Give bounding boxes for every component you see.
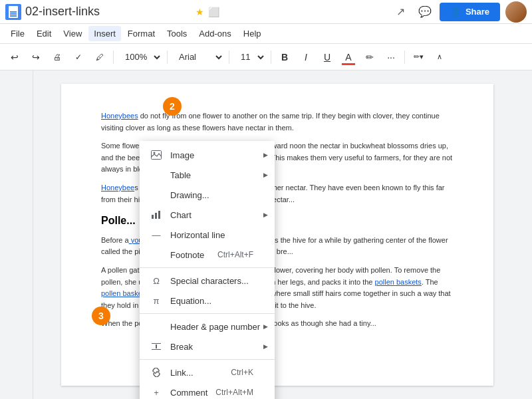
spellcheck-button[interactable]: ✓ bbox=[69, 48, 88, 66]
comment-label: Comment bbox=[170, 388, 207, 398]
menu-item-footnote[interactable]: Footnote Ctrl+Alt+F bbox=[140, 245, 275, 265]
comment-shortcut: Ctrl+Alt+M bbox=[215, 388, 264, 397]
highlight-button[interactable]: ✏ bbox=[360, 48, 379, 66]
toolbar-separator-3 bbox=[229, 51, 229, 64]
header-icons: ↗ 💬 👤 Share bbox=[392, 1, 527, 23]
toolbar-separator-2 bbox=[167, 51, 168, 64]
menu-addons[interactable]: Add-ons bbox=[194, 26, 236, 41]
edit-mode-button[interactable]: ✏▾ bbox=[409, 48, 428, 66]
font-size-select[interactable]: 11 bbox=[233, 48, 267, 66]
right-sidebar bbox=[521, 70, 532, 399]
print-button[interactable]: 🖨 bbox=[48, 48, 66, 66]
menu-file[interactable]: File bbox=[5, 26, 30, 41]
menu-item-equation[interactable]: π Equation... bbox=[140, 291, 275, 311]
link-label: Link... bbox=[170, 368, 194, 378]
zoom-select[interactable]: 100% bbox=[118, 48, 163, 66]
headerpagenum-icon bbox=[150, 321, 162, 332]
menu-bar: File Edit View Insert Format Tools Add-o… bbox=[0, 24, 532, 44]
break-icon bbox=[150, 340, 162, 352]
svg-point-1 bbox=[154, 152, 156, 154]
paragraph-1: Honeybees do not fly from one flower to … bbox=[101, 110, 454, 134]
chart-icon bbox=[150, 209, 162, 221]
insert-dropdown: Image Table Drawing... bbox=[140, 141, 275, 399]
bold-button[interactable]: B bbox=[275, 48, 294, 66]
menu-item-headerpagenum[interactable]: Header & page number bbox=[140, 317, 275, 336]
more-button[interactable]: ··· bbox=[382, 48, 400, 66]
paintformat-button[interactable]: 🖊 bbox=[90, 48, 109, 66]
menu-item-image[interactable]: Image bbox=[140, 145, 275, 165]
menu-item-chart[interactable]: Chart bbox=[140, 205, 275, 225]
break-label: Break bbox=[170, 342, 193, 352]
image-label: Image bbox=[170, 150, 194, 160]
chart-label: Chart bbox=[170, 210, 192, 220]
specialchars-label: Special characters... bbox=[170, 276, 249, 286]
collapse-button[interactable]: ∧ bbox=[430, 48, 449, 66]
document-area: Honeybees do not fly from one flower to … bbox=[33, 70, 521, 399]
image-icon bbox=[150, 149, 162, 161]
toolbar-separator-5 bbox=[404, 51, 405, 64]
menu-help[interactable]: Help bbox=[238, 26, 267, 41]
menu-edit[interactable]: Edit bbox=[31, 26, 57, 41]
svg-rect-6 bbox=[152, 349, 161, 350]
hline-icon: — bbox=[150, 229, 162, 241]
redo-button[interactable]: ↪ bbox=[27, 48, 45, 66]
menu-separator-3 bbox=[140, 359, 275, 360]
document-title[interactable]: 02-insert-links bbox=[25, 5, 189, 19]
comment-menu-icon: + bbox=[150, 386, 162, 398]
italic-button[interactable]: I bbox=[297, 48, 315, 66]
menu-view[interactable]: View bbox=[58, 26, 87, 41]
menu-item-specialchars[interactable]: Ω Special characters... bbox=[140, 271, 275, 291]
menu-item-break[interactable]: Break bbox=[140, 336, 275, 356]
menu-item-table[interactable]: Table bbox=[140, 165, 275, 185]
equation-icon: π bbox=[150, 295, 162, 307]
footnote-shortcut: Ctrl+Alt+F bbox=[217, 250, 264, 259]
table-label: Table bbox=[170, 170, 191, 180]
dropdown-menu: Image Table Drawing... bbox=[140, 141, 275, 399]
menu-tools[interactable]: Tools bbox=[162, 26, 192, 41]
main-area: Honeybees do not fly from one flower to … bbox=[0, 70, 532, 399]
share-icon: 👤 bbox=[450, 7, 462, 17]
menu-item-comment[interactable]: + Comment Ctrl+Alt+M bbox=[140, 382, 275, 399]
menu-item-link[interactable]: Link... Ctrl+K bbox=[140, 362, 275, 382]
equation-label: Equation... bbox=[170, 296, 211, 306]
step-badge-2: 2 bbox=[163, 97, 182, 116]
table-icon bbox=[150, 169, 162, 181]
trending-icon[interactable]: ↗ bbox=[392, 3, 410, 21]
menu-insert[interactable]: Insert bbox=[88, 26, 121, 41]
undo-button[interactable]: ↩ bbox=[5, 48, 24, 66]
svg-rect-4 bbox=[158, 211, 160, 219]
footnote-icon bbox=[150, 249, 162, 261]
svg-rect-2 bbox=[152, 215, 154, 219]
menu-format[interactable]: Format bbox=[122, 26, 160, 41]
text-color-button[interactable]: A bbox=[339, 48, 358, 66]
font-family-select[interactable]: Arial bbox=[172, 48, 225, 66]
toolbar-separator-4 bbox=[271, 51, 271, 64]
drawing-label: Drawing... bbox=[170, 190, 209, 200]
menu-separator-1 bbox=[140, 267, 275, 268]
avatar[interactable] bbox=[505, 1, 527, 23]
star-icon[interactable]: ★ bbox=[196, 7, 204, 17]
toolbar-separator-1 bbox=[113, 51, 114, 64]
google-docs-icon bbox=[5, 4, 21, 20]
drawing-icon bbox=[150, 189, 162, 201]
hline-label: Horizontal line bbox=[170, 230, 225, 240]
svg-rect-3 bbox=[155, 213, 157, 219]
step-badge-3: 3 bbox=[92, 307, 110, 325]
link-icon bbox=[150, 366, 162, 378]
underline-button[interactable]: U bbox=[318, 48, 336, 66]
menu-item-drawing[interactable]: Drawing... bbox=[140, 185, 275, 205]
share-button[interactable]: 👤 Share bbox=[440, 3, 500, 21]
toolbar: ↩ ↪ 🖨 ✓ 🖊 100% Arial 11 B I U A ✏ ··· ✏▾… bbox=[0, 44, 532, 70]
left-sidebar bbox=[0, 70, 33, 399]
title-bar: 02-insert-links ★ ⬜ ↗ 💬 👤 Share bbox=[0, 0, 532, 24]
folder-icon[interactable]: ⬜ bbox=[208, 7, 219, 17]
svg-rect-5 bbox=[152, 343, 161, 344]
footnote-label: Footnote bbox=[170, 250, 204, 260]
menu-separator-2 bbox=[140, 313, 275, 314]
document-page: Honeybees do not fly from one flower to … bbox=[61, 84, 493, 386]
specialchars-icon: Ω bbox=[150, 275, 162, 287]
link-shortcut: Ctrl+K bbox=[231, 368, 264, 377]
comment-icon[interactable]: 💬 bbox=[416, 3, 434, 21]
svg-rect-7 bbox=[156, 344, 157, 348]
menu-item-hline[interactable]: — Horizontal line bbox=[140, 225, 275, 245]
